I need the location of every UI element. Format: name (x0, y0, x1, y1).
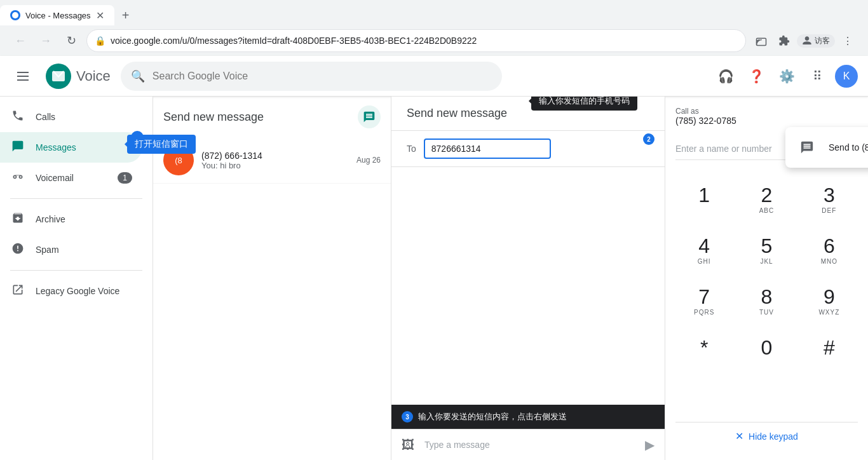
hide-keypad-button[interactable]: ✕ Hide keypad (675, 422, 858, 450)
compose-message-bar: 🖼 ▶ (391, 429, 665, 460)
address-bar[interactable]: 🔒 voice.google.com/u/0/messages?itemId=d… (86, 29, 746, 52)
message-preview: You: hi bro (201, 161, 349, 170)
dial-key-8[interactable]: 8 TUV (738, 278, 795, 324)
search-icon: 🔍 (131, 69, 145, 83)
voicemail-badge: 1 (118, 172, 132, 184)
to-input-wrapper: 2 (424, 139, 649, 159)
extensions-icon[interactable] (774, 30, 794, 51)
back-button[interactable]: ← (10, 30, 31, 51)
send-button[interactable]: ▶ (645, 437, 654, 452)
dial-key-0[interactable]: 0 (738, 329, 795, 375)
compose-body: 3 输入你要发送的短信内容，点击右侧发送 🖼 ▶ (391, 167, 665, 460)
menu-dots-icon[interactable]: ⋮ (837, 30, 858, 51)
suggestion-dropdown: Send to (872) 666-1314 (785, 127, 868, 168)
dial-key-hash[interactable]: # (801, 329, 858, 375)
messages-icon (10, 140, 25, 156)
message-list-title: Send new message (163, 111, 358, 124)
dial-key-6[interactable]: 6 MNO (801, 227, 858, 273)
logo-icon (46, 64, 71, 89)
hide-keypad-label: Hide keypad (749, 431, 798, 442)
dial-key-5[interactable]: 5 JKL (738, 227, 795, 273)
call-as-label: Call as (675, 107, 858, 116)
new-tab-button[interactable]: + (117, 6, 135, 24)
cast-icon[interactable] (751, 30, 771, 51)
user-avatar[interactable]: K (835, 65, 858, 88)
app-header: Voice 🔍 🎧 ❓ ⚙️ ⠿ K (0, 56, 868, 97)
step1-tooltip: 打开短信窗口 (127, 135, 196, 154)
browser-tab[interactable]: Voice - Messages ✕ (0, 5, 114, 25)
suggestion-message-icon (796, 136, 818, 159)
to-label: To (407, 144, 416, 154)
sidebar-item-calls[interactable]: Calls (0, 102, 142, 132)
dial-key-9[interactable]: 9 WXYZ (801, 278, 858, 324)
dial-key-4[interactable]: 4 GHI (675, 227, 733, 273)
settings-icon[interactable]: ⚙️ (774, 64, 799, 89)
sidebar: Calls 1 Messages 打开短信窗口 Voicemail 1 (0, 97, 153, 460)
logo: Voice (46, 64, 111, 89)
dial-key-3[interactable]: 3 DEF (801, 177, 858, 222)
legacy-icon (10, 283, 25, 299)
step2-circle: 2 (643, 133, 654, 145)
step2-tooltip: 输入你发短信的手机号码 (531, 97, 637, 111)
message-name: (872) 666-1314 (201, 151, 349, 161)
archive-icon (10, 212, 25, 227)
image-attach-icon[interactable]: 🖼 (402, 438, 414, 452)
hamburger-menu-button[interactable] (10, 64, 36, 89)
spam-label: Spam (36, 245, 132, 255)
compose-title: Send new message (407, 107, 507, 119)
url-text: voice.google.com/u/0/messages?itemId=dra… (111, 36, 738, 46)
calls-icon (10, 109, 25, 125)
step3-tooltip-text: 输入你要发送的短信内容，点击右侧发送 (418, 411, 567, 423)
search-bar[interactable]: 🔍 (121, 62, 502, 91)
visitor-label: 访客 (815, 36, 830, 46)
dial-key-2[interactable]: 2 ABC (738, 177, 795, 222)
sidebar-item-archive[interactable]: Archive (0, 204, 142, 234)
sidebar-divider (10, 198, 142, 199)
apps-icon[interactable]: ⠿ (804, 64, 830, 89)
suggestion-text: Send to (872) 666-1314 (829, 142, 868, 152)
to-input[interactable] (424, 139, 551, 159)
calls-label: Calls (36, 112, 132, 122)
step3-circle: 3 (402, 411, 413, 423)
lock-icon: 🔒 (95, 36, 105, 46)
tab-favicon (10, 10, 20, 20)
dial-key-1[interactable]: 1 (675, 177, 733, 222)
voicemail-label: Voicemail (36, 173, 107, 183)
app-name: Voice (76, 68, 111, 85)
archive-label: Archive (36, 214, 132, 224)
call-as-section: Call as (785) 322-0785 (675, 107, 858, 126)
dial-key-7[interactable]: 7 PQRS (675, 278, 733, 324)
headset-icon[interactable]: 🎧 (713, 64, 738, 89)
step3-tooltip: 3 输入你要发送的短信内容，点击右侧发送 (391, 405, 665, 429)
tab-title: Voice - Messages (25, 11, 91, 20)
call-as-number: (785) 322-0785 (675, 116, 858, 126)
chevron-down-icon: ✕ (735, 430, 743, 442)
compose-panel: Send new message To 2 输入你发短信的手机号码 Send t… (391, 97, 665, 460)
sidebar-item-messages[interactable]: 1 Messages 打开短信窗口 (0, 132, 142, 163)
suggestion-item[interactable]: Send to (872) 666-1314 (785, 127, 868, 168)
sidebar-item-legacy[interactable]: Legacy Google Voice (0, 276, 142, 306)
sidebar-divider2 (10, 270, 142, 271)
voicemail-icon (10, 170, 25, 186)
spam-icon (10, 242, 25, 258)
message-input[interactable] (419, 435, 640, 455)
messages-label: Messages (36, 142, 132, 152)
new-message-button[interactable] (358, 105, 381, 128)
legacy-label: Legacy Google Voice (36, 286, 132, 296)
reload-button[interactable]: ↻ (61, 30, 81, 51)
forward-button[interactable]: → (36, 30, 56, 51)
visitor-account-button[interactable]: 访客 (797, 34, 835, 48)
tab-close-button[interactable]: ✕ (96, 10, 104, 22)
message-list-header: Send new message (153, 97, 391, 137)
message-info: (872) 666-1314 You: hi bro (201, 151, 349, 170)
dial-grid: 1 2 ABC 3 DEF 4 GHI (675, 177, 858, 375)
help-icon[interactable]: ❓ (743, 64, 769, 89)
search-input[interactable] (153, 71, 492, 82)
dial-key-star[interactable]: * (675, 329, 733, 375)
sidebar-item-voicemail[interactable]: Voicemail 1 (0, 163, 142, 193)
message-time: Aug 26 (356, 156, 381, 165)
compose-to-row: To 2 输入你发短信的手机号码 (391, 131, 665, 167)
sidebar-item-spam[interactable]: Spam (0, 234, 142, 265)
step3-area: 3 输入你要发送的短信内容，点击右侧发送 🖼 ▶ (391, 405, 665, 460)
